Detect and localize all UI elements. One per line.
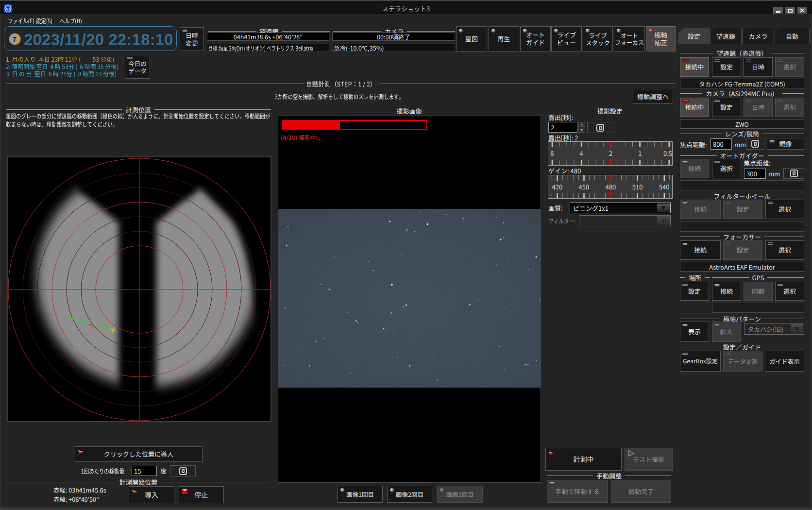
svg-text:510: 510	[632, 182, 643, 191]
svg-text:540: 540	[659, 182, 670, 191]
svg-text:2: 2	[609, 149, 612, 158]
svg-text:1: 1	[638, 149, 642, 158]
svg-text:0.5: 0.5	[663, 149, 672, 158]
svg-text:4: 4	[579, 149, 583, 158]
svg-text:420: 420	[552, 182, 562, 191]
svg-text:7: 7	[13, 35, 17, 43]
svg-text:8: 8	[550, 149, 554, 158]
svg-text:480: 480	[606, 182, 616, 191]
svg-text:450: 450	[579, 182, 590, 191]
